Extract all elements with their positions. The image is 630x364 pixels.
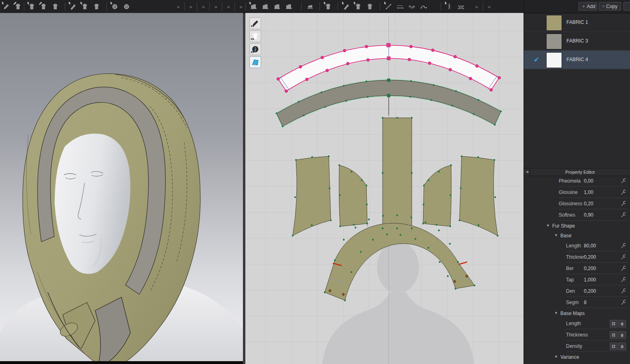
- fabric-row-3-selected[interactable]: ✔ FABRIC 4: [524, 51, 630, 69]
- press-icon[interactable]: [304, 1, 315, 12]
- add-fabric-button[interactable]: + Add: [579, 2, 597, 11]
- wrench-icon[interactable]: [621, 288, 626, 294]
- check-icon: ✔: [534, 55, 539, 64]
- trash-icon: [620, 321, 624, 326]
- viewport-2d[interactable]: [245, 13, 524, 364]
- group-variance[interactable]: ▼ Variance: [524, 352, 630, 362]
- edit-curve-icon[interactable]: [38, 1, 49, 12]
- property-value[interactable]: 0,200: [584, 266, 596, 271]
- group-base-maps[interactable]: ▼ Base Maps: [524, 309, 630, 318]
- pattern-outline-icon[interactable]: [79, 1, 90, 12]
- select-button-icon[interactable]: [109, 1, 120, 12]
- pattern-piece-right-fin[interactable]: [423, 165, 451, 226]
- fabric-row-1[interactable]: FABRIC 1: [524, 13, 630, 32]
- wrench-icon[interactable]: [621, 243, 626, 249]
- trash-icon: [620, 344, 624, 349]
- wrench-icon[interactable]: [621, 189, 626, 195]
- collapsed-group-icon[interactable]: »: [186, 4, 196, 10]
- copy-icon: [602, 4, 604, 9]
- wrench-icon[interactable]: [621, 212, 626, 218]
- trace-2-icon[interactable]: [341, 1, 351, 12]
- shirring-icon[interactable]: [455, 1, 466, 12]
- collapsed-group-icon[interactable]: »: [236, 4, 246, 10]
- property-label: Length: [566, 243, 581, 249]
- base-line-icon[interactable]: [395, 1, 405, 12]
- pattern-piece-left-outer[interactable]: [293, 156, 331, 236]
- pattern-piece-center[interactable]: [383, 118, 412, 228]
- trash-icon: [620, 333, 624, 337]
- texture-map-button[interactable]: [610, 320, 617, 328]
- collapsed-group-icon[interactable]: »: [198, 4, 208, 10]
- fabric-swatch[interactable]: [546, 15, 562, 31]
- select-garment-icon[interactable]: [323, 1, 333, 12]
- wrench-icon[interactable]: [621, 300, 626, 305]
- transform-pattern-icon[interactable]: [1, 1, 11, 12]
- edit-sewing-icon[interactable]: [248, 1, 259, 12]
- pattern-fill-2-icon[interactable]: [364, 1, 375, 12]
- internal-line-icon[interactable]: [383, 1, 394, 12]
- group-base[interactable]: ▼ Base: [524, 231, 630, 241]
- collapsed-group-icon[interactable]: »: [223, 4, 233, 10]
- wrench-icon[interactable]: [621, 266, 626, 271]
- wrench-icon[interactable]: [621, 178, 626, 184]
- add-pattern-icon[interactable]: [50, 1, 60, 12]
- panel-arrow-icon[interactable]: ➜: [524, 168, 530, 176]
- pattern-outline-2-icon[interactable]: [353, 1, 363, 12]
- group-fur-shape[interactable]: ▼ Fur Shape: [524, 221, 630, 231]
- curve-line-icon[interactable]: [418, 1, 429, 12]
- display-toggles: [249, 17, 261, 68]
- property-label: Softnes: [559, 212, 575, 218]
- collapsed-group-icon[interactable]: »: [484, 4, 494, 10]
- property-editor-title: Property Editor: [530, 168, 630, 176]
- scene-3d[interactable]: [0, 13, 243, 364]
- pattern-fill-icon[interactable]: [91, 1, 102, 12]
- show-fabric-button[interactable]: [249, 56, 261, 68]
- map-label: Length: [566, 321, 581, 326]
- property-value[interactable]: 1,00: [584, 189, 593, 195]
- show-garment-button[interactable]: [249, 30, 261, 42]
- property-value[interactable]: 1,000: [584, 277, 596, 283]
- property-value[interactable]: 0,00: [584, 178, 593, 184]
- wrench-icon[interactable]: [621, 254, 626, 260]
- collapsed-group-icon[interactable]: »: [472, 4, 481, 10]
- segment-sewing-icon[interactable]: [260, 1, 270, 12]
- wave-line-icon[interactable]: [407, 1, 417, 12]
- property-value[interactable]: 8: [584, 300, 587, 305]
- edit-curvature-icon[interactable]: [13, 1, 23, 12]
- clear-map-button[interactable]: [618, 343, 626, 350]
- collapsed-group-icon[interactable]: »: [173, 4, 183, 10]
- clear-map-button[interactable]: [618, 320, 626, 328]
- property-row: Length 80,00: [524, 241, 630, 252]
- wrench-icon[interactable]: [621, 277, 626, 283]
- pattern-piece-left-fin[interactable]: [339, 165, 367, 226]
- property-value[interactable]: 0,200: [584, 288, 596, 294]
- clear-map-button[interactable]: [618, 331, 626, 339]
- viewport-3d[interactable]: [0, 13, 243, 364]
- texture-map-button[interactable]: [610, 343, 617, 350]
- fabric-swatch[interactable]: [546, 34, 562, 49]
- select-move-icon[interactable]: [26, 1, 37, 12]
- trace-icon[interactable]: [68, 1, 78, 12]
- button-icon[interactable]: [121, 1, 132, 12]
- free-sewing-icon[interactable]: [272, 1, 282, 12]
- show-information-button[interactable]: [249, 43, 261, 55]
- copy-fabric-button[interactable]: Copy: [599, 2, 621, 11]
- property-value[interactable]: 80,00: [584, 243, 596, 249]
- texture-map-button[interactable]: [610, 331, 617, 339]
- show-stitches-button[interactable]: [249, 17, 261, 29]
- pattern-piece-right-outer[interactable]: [460, 156, 498, 236]
- eye-icon: [250, 24, 255, 28]
- elastic-icon[interactable]: [444, 1, 454, 12]
- wrench-icon[interactable]: [621, 201, 626, 206]
- property-value[interactable]: 0,90: [584, 212, 593, 218]
- fabric-row-2[interactable]: FABRIC 3: [524, 32, 630, 51]
- pattern-canvas[interactable]: [245, 13, 524, 364]
- property-label: Thicknes: [566, 254, 584, 260]
- clipped-button[interactable]: [624, 2, 630, 11]
- fabric-swatch[interactable]: [546, 52, 562, 68]
- collapsed-group-icon[interactable]: »: [211, 4, 221, 10]
- detail-sewing-icon[interactable]: [283, 1, 294, 12]
- property-value[interactable]: 0,20: [584, 201, 593, 206]
- property-value[interactable]: 0,200: [584, 254, 596, 260]
- triangle-down-icon: ▼: [546, 224, 550, 228]
